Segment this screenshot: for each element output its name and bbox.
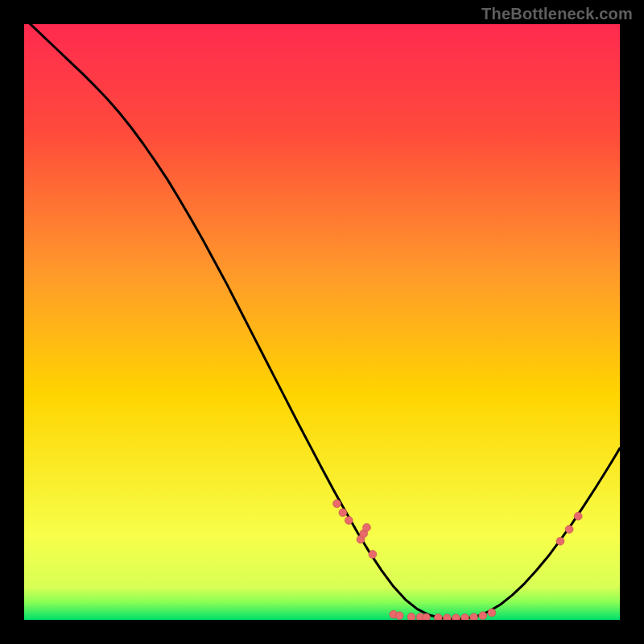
data-point (470, 613, 478, 620)
data-point (434, 613, 442, 620)
data-point (363, 523, 371, 531)
gradient-background (24, 24, 620, 620)
data-point (556, 537, 564, 545)
data-point (369, 551, 377, 559)
data-point (333, 500, 341, 508)
chart-svg (24, 24, 620, 620)
data-point (461, 613, 469, 620)
data-point (395, 612, 403, 620)
data-point (407, 613, 415, 620)
data-point (345, 516, 353, 524)
data-point (574, 512, 582, 520)
plot-area (24, 24, 620, 620)
watermark-text: TheBottleneck.com (481, 5, 633, 23)
data-point (423, 613, 431, 620)
data-point (339, 509, 347, 517)
chart-frame: TheBottleneck.com (0, 0, 644, 644)
data-point (488, 609, 496, 617)
data-point (479, 612, 487, 620)
data-point (565, 526, 573, 534)
